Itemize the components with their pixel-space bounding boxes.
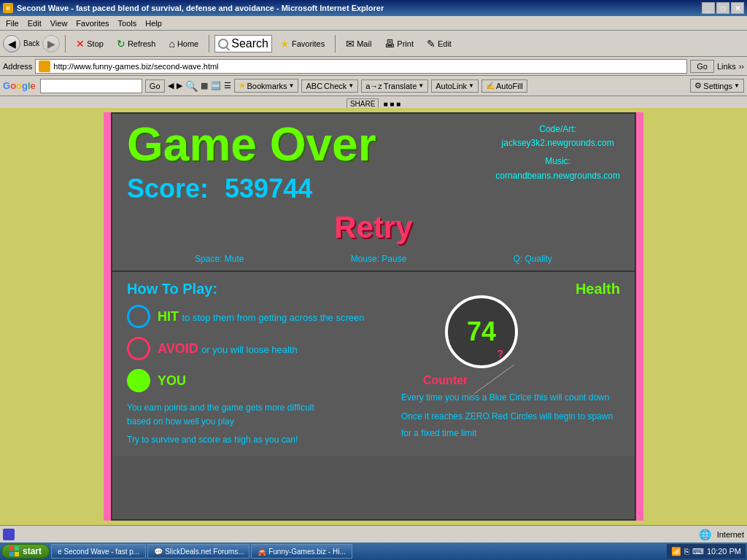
stop-button[interactable]: ✕ Stop (71, 35, 109, 52)
taskbar-item-1[interactable]: 💬 SlickDeals.net Forums... (147, 544, 249, 559)
ie-icon: e (3, 3, 13, 13)
green-circle (127, 369, 150, 392)
system-tray: 📶 ⎘ ⌨ 10:20 PM (667, 544, 746, 559)
google-logo: Google (3, 80, 36, 91)
taskbar-item-2-label: Funny-Games.biz - Hi... (268, 548, 346, 556)
menu-favorites[interactable]: Favorites (71, 18, 113, 29)
minimize-button[interactable]: _ (702, 2, 715, 14)
score-label: Score: (127, 174, 209, 203)
you-item: YOU (127, 369, 387, 392)
close-button[interactable]: ✕ (731, 2, 744, 14)
separator-1 (65, 35, 66, 52)
code-art-label: Code/Art: (495, 122, 620, 136)
print-button[interactable]: 🖶 Print (379, 35, 419, 52)
autolink-label: AutoLink (436, 82, 467, 90)
favorites-label: Favorites (292, 39, 325, 48)
svg-line-0 (474, 365, 514, 394)
menu-edit[interactable]: Edit (23, 18, 46, 29)
google-nav-forward[interactable]: ▶ (177, 81, 182, 90)
health-question: ? (497, 348, 503, 359)
translate-button[interactable]: a→z Translate ▼ (361, 79, 428, 93)
you-label: YOU (158, 373, 186, 389)
avoid-item: AVOID or you will loose health (127, 337, 387, 360)
retry-button[interactable]: Retry (334, 210, 412, 245)
google-zoom[interactable]: 🔍 (185, 80, 198, 92)
window-controls[interactable]: _ □ ✕ (702, 2, 744, 14)
google-newsflash[interactable]: 🆕 (211, 81, 221, 90)
howto-title: How To Play: (127, 281, 387, 298)
address-input-container[interactable]: http://www.funny-games.biz/second-wave.h… (35, 59, 687, 74)
taskbar: start e Second Wave - fast p... 💬 SlickD… (0, 542, 747, 560)
autofill-button[interactable]: ✍ AutoFill (481, 79, 527, 93)
status-bar: 🌐 Internet (0, 525, 747, 542)
menu-tools[interactable]: Tools (114, 18, 142, 29)
back-label: Back (23, 39, 39, 47)
q-control: Q: Quality (514, 254, 552, 264)
google-go-button[interactable]: Go (145, 79, 165, 93)
bookmarks-button[interactable]: ★ Bookmarks ▼ (234, 79, 299, 93)
health-value: 74 (467, 316, 496, 347)
taskbar-item-0[interactable]: e Second Wave - fast p... (51, 544, 146, 559)
retry-area[interactable]: Retry (127, 210, 620, 251)
taskbar-item-0-label: Second Wave - fast p... (64, 548, 140, 556)
start-button[interactable]: start (1, 544, 50, 559)
google-more[interactable]: ☰ (224, 81, 231, 90)
health-circle-container: 74 ? (445, 295, 518, 368)
share-options: ■ ■ ■ (383, 100, 400, 108)
windows-logo (9, 546, 20, 556)
separator-3 (335, 35, 336, 52)
google-screenshot[interactable]: ▦ (201, 81, 208, 90)
menu-bar: File Edit View Favorites Tools Help (0, 16, 747, 31)
window-title: Second Wave - fast paced blend of surviv… (17, 4, 702, 12)
restore-button[interactable]: □ (716, 2, 729, 14)
bottom-text: You earn points and the game gets more d… (127, 401, 387, 448)
go-button[interactable]: Go (690, 60, 714, 73)
refresh-button[interactable]: ↻ Refresh (112, 35, 161, 52)
title-bar: e Second Wave - fast paced blend of surv… (0, 0, 747, 16)
settings-button[interactable]: ⚙ Settings ▼ (690, 79, 744, 93)
translate-chevron: ▼ (418, 82, 424, 89)
counter-desc1: Every time you miss a Blue Cirlce this w… (401, 391, 609, 404)
forward-button[interactable]: ▶ (42, 35, 60, 52)
google-nav-back[interactable]: ◀ (168, 81, 174, 90)
edit-button[interactable]: ✎ Edit (422, 35, 457, 52)
credits-box: Code/Art: jacksey3k2.newgrounds.com Musi… (495, 122, 620, 183)
hit-item: HIT to stop them from getting across the… (127, 305, 387, 328)
refresh-label: Refresh (128, 39, 156, 48)
google-search-input[interactable] (40, 79, 142, 93)
score-value: 539744 (225, 174, 312, 203)
text3: Try to survive and score as high as you … (127, 433, 387, 447)
code-art-value: jacksey3k2.newgrounds.com (495, 136, 620, 150)
address-url: http://www.funny-games.biz/second-wave.h… (53, 62, 218, 71)
hit-desc: to stop them from getting across the scr… (182, 312, 364, 323)
game-container: Game Over Score: 539744 Code/Art: jackse… (111, 112, 636, 521)
address-bar: Address http://www.funny-games.biz/secon… (0, 57, 747, 76)
taskbar-item-2[interactable]: 🎪 Funny-Games.biz - Hi... (251, 544, 352, 559)
bookmarks-label: Bookmarks (247, 82, 287, 90)
home-button[interactable]: ⌂ Home (163, 35, 204, 52)
back-button[interactable]: ◀ (3, 35, 20, 52)
avoid-desc: or you will loose health (201, 344, 298, 355)
counter-desc3: Once it reaches ZERO Red Circles will be… (401, 410, 613, 423)
music-value: cornandbeans.newgrounds.com (495, 169, 620, 183)
health-circle: 74 ? (445, 295, 518, 368)
howto-left: How To Play: HIT to stop them from getti… (127, 281, 387, 448)
counter-label: Counter (423, 374, 468, 387)
menu-view[interactable]: View (46, 18, 72, 29)
autolink-button[interactable]: AutoLink ▼ (431, 79, 479, 93)
status-right: 🌐 Internet (699, 529, 744, 540)
menu-help[interactable]: Help (141, 18, 166, 29)
favorites-button[interactable]: ★ Favorites (275, 35, 330, 52)
links-arrow: ›› (739, 62, 744, 71)
autolink-chevron: ▼ (468, 82, 474, 89)
search-button[interactable]: Search (214, 35, 272, 52)
links-label: Links (717, 62, 736, 71)
text1: You earn points and the game gets more d… (127, 401, 387, 415)
mail-button[interactable]: ✉ Mail (341, 35, 376, 52)
search-label: Search (231, 37, 268, 50)
menu-file[interactable]: File (1, 18, 23, 29)
check-button[interactable]: ABC Check ▼ (301, 79, 358, 93)
home-label: Home (177, 39, 198, 48)
edit-label: Edit (438, 39, 452, 48)
avoid-text-group: AVOID or you will loose health (158, 341, 298, 357)
